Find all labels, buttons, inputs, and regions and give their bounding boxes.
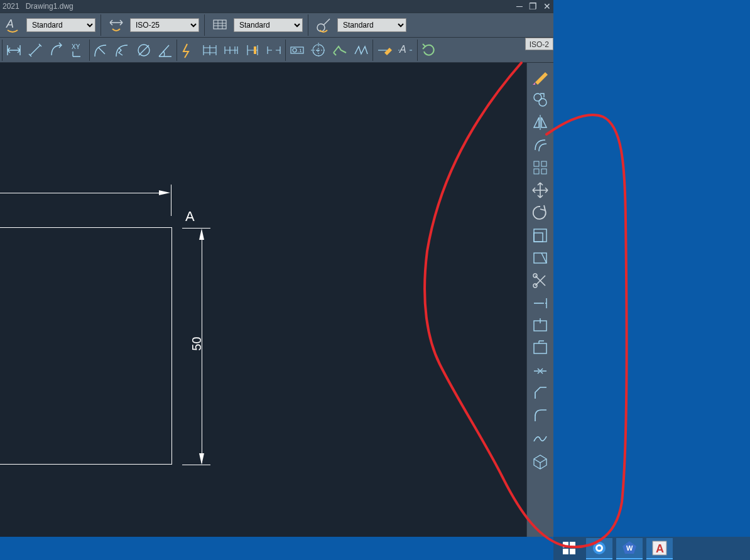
break-at-point-icon[interactable]	[530, 315, 551, 337]
modify-toolbar	[527, 63, 553, 537]
start-button[interactable]	[556, 538, 582, 559]
taskbar-wps-icon[interactable]: W	[616, 538, 643, 559]
table-style-icon[interactable]	[210, 15, 230, 35]
text-style-select[interactable]: Standard	[26, 18, 95, 32]
array-icon[interactable]	[530, 157, 551, 178]
svg-point-13	[539, 99, 546, 106]
close-icon[interactable]: ✕	[543, 2, 551, 11]
scale-icon[interactable]	[530, 225, 551, 246]
multileader-style-select[interactable]: Standard	[337, 18, 406, 32]
dim-edit-icon[interactable]	[374, 39, 395, 62]
ribbon-wrap: XY .1 + A ISO-2	[0, 38, 553, 63]
break-icon[interactable]	[530, 338, 551, 359]
svg-point-31	[597, 546, 601, 550]
dimension-value: 50	[190, 337, 204, 350]
mirror-icon[interactable]	[530, 112, 551, 133]
rotate-icon[interactable]	[530, 202, 551, 223]
title-bar: 2021 Drawing1.dwg ─ ❐ ✕	[0, 0, 553, 13]
svg-rect-20	[534, 253, 546, 263]
svg-text:A: A	[6, 18, 14, 30]
minimize-icon[interactable]: ─	[516, 2, 523, 11]
drawing-content: 50 A	[0, 63, 526, 537]
svg-text:A: A	[399, 44, 406, 55]
label-a: A	[185, 208, 195, 225]
linear-dim-icon[interactable]	[3, 39, 24, 62]
quick-dim-icon[interactable]	[178, 39, 199, 62]
dim-update-icon[interactable]	[418, 39, 440, 62]
svg-rect-14	[534, 161, 539, 166]
drawing-canvas[interactable]: 50 A	[0, 63, 527, 537]
svg-rect-16	[534, 169, 539, 174]
svg-rect-24	[534, 343, 546, 353]
svg-point-7	[293, 48, 296, 52]
app-year: 2021	[3, 2, 19, 11]
vertical-dim-arrow-up	[199, 229, 204, 240]
center-mark-icon[interactable]: +	[308, 39, 329, 62]
taskbar-autocad-icon[interactable]: A	[646, 538, 673, 559]
extend-icon[interactable]	[530, 293, 551, 314]
dim-space-icon[interactable]	[242, 39, 263, 62]
svg-rect-28	[570, 549, 575, 554]
continue-dim-icon[interactable]	[220, 39, 242, 62]
vertical-dim-ext-top	[182, 228, 210, 229]
svg-rect-18	[534, 233, 543, 242]
radius-dim-icon[interactable]	[90, 39, 112, 62]
rectangle-shape	[0, 227, 172, 465]
cad-app-window: 2021 Drawing1.dwg ─ ❐ ✕ A Standard ISO-2…	[0, 0, 553, 537]
blend-icon[interactable]	[530, 428, 551, 450]
vertical-dim-ext-bottom	[182, 465, 210, 465]
copy-icon[interactable]	[530, 89, 551, 110]
table-style-select[interactable]: Standard	[234, 18, 303, 32]
svg-text:+: +	[316, 47, 320, 54]
svg-rect-15	[541, 161, 546, 166]
dim-style-icon[interactable]	[106, 15, 126, 35]
inspection-icon[interactable]	[329, 39, 351, 62]
svg-text:W: W	[626, 544, 633, 552]
dim-break-icon[interactable]	[263, 39, 285, 62]
dimension-ribbon: XY .1 + A	[0, 38, 553, 63]
stretch-icon[interactable]	[530, 247, 551, 269]
angular-dim-icon[interactable]	[155, 39, 176, 62]
aligned-dim-icon[interactable]	[24, 39, 46, 62]
baseline-dim-icon[interactable]	[199, 39, 220, 62]
svg-rect-27	[563, 549, 568, 554]
diameter-dim-icon[interactable]	[133, 39, 155, 62]
jogged-linear-icon[interactable]	[351, 39, 372, 62]
svg-rect-25	[563, 542, 568, 547]
svg-text:.1: .1	[298, 48, 302, 53]
dim-text-edit-icon[interactable]: A	[395, 39, 416, 62]
svg-text:XY: XY	[72, 43, 80, 50]
vertical-dim-arrow-down	[199, 453, 204, 465]
svg-rect-19	[534, 229, 546, 242]
document-name: Drawing1.dwg	[26, 2, 73, 11]
text-style-icon[interactable]: A	[3, 15, 23, 35]
window-controls: ─ ❐ ✕	[516, 0, 551, 13]
windows-taskbar: W A	[553, 537, 750, 560]
vertical-dimension-line	[202, 239, 202, 463]
ordinate-dim-icon[interactable]: XY	[67, 39, 89, 62]
style-toolbar: A Standard ISO-25 Standard Standard	[0, 13, 553, 38]
dim-style-select[interactable]: ISO-25	[130, 18, 199, 32]
offset-icon[interactable]	[530, 134, 551, 156]
svg-rect-17	[541, 169, 546, 174]
horizontal-dim-arrow	[159, 190, 170, 195]
move-icon[interactable]	[530, 180, 551, 201]
fillet-icon[interactable]	[530, 406, 551, 427]
chamfer-icon[interactable]	[530, 383, 551, 404]
join-icon[interactable]	[530, 360, 551, 382]
multileader-style-icon[interactable]	[313, 15, 334, 35]
taskbar-browser-icon[interactable]	[586, 538, 612, 559]
horizontal-dimension-line	[0, 193, 159, 193]
erase-pencil-icon[interactable]	[530, 67, 551, 88]
main-area: 50 A	[0, 63, 553, 537]
explode-icon[interactable]	[530, 451, 551, 472]
svg-rect-5	[254, 46, 256, 54]
horizontal-dim-extension	[171, 185, 171, 216]
restore-icon[interactable]: ❐	[529, 2, 537, 11]
svg-text:A: A	[656, 542, 664, 555]
arc-dim-icon[interactable]	[46, 39, 67, 62]
iso-dim-label[interactable]: ISO-2	[525, 38, 553, 50]
trim-icon[interactable]	[530, 270, 551, 291]
tolerance-icon[interactable]: .1	[286, 39, 308, 62]
jogged-dim-icon[interactable]	[112, 39, 133, 62]
